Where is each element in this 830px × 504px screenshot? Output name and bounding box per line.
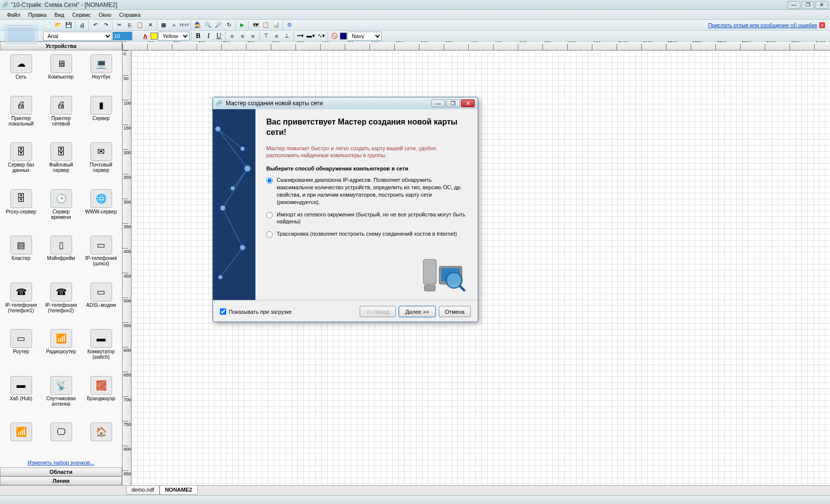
print-button[interactable]: 🖨	[77, 20, 87, 30]
text-color-button[interactable]: A	[140, 31, 150, 41]
map-button[interactable]: 🗺	[250, 20, 260, 30]
delete-button[interactable]: ✕	[145, 20, 155, 30]
menu-help[interactable]: Справка	[115, 11, 144, 19]
device-item[interactable]: 💻Ноутбук	[81, 52, 121, 93]
fill-color-swatch[interactable]	[151, 33, 158, 40]
align-left-button[interactable]: ≡	[227, 31, 237, 41]
cancel-button[interactable]: Отмена	[439, 306, 471, 317]
device-label: WWW-сервер	[85, 209, 117, 214]
device-item[interactable]: ▬Коммутатор (switch)	[81, 327, 121, 373]
device-item[interactable]: ▬Хаб (Hub)	[1, 374, 41, 420]
show-on-start-checkbox[interactable]	[220, 308, 226, 315]
device-item[interactable]: 🖨Принтер локальный	[1, 94, 41, 140]
device-item[interactable]: 🗄Файловый сервер	[41, 140, 81, 186]
open-button[interactable]: 📂	[53, 20, 63, 30]
device-icon: 🗄	[10, 189, 32, 208]
device-item[interactable]: 📶Радиороутер	[41, 327, 81, 373]
device-item[interactable]: ☎IP-телефония (телефон2)	[41, 281, 81, 327]
paste-button[interactable]: 📋	[135, 20, 145, 30]
undo-button[interactable]: ↶	[90, 20, 100, 30]
align-center-button[interactable]: ≡	[238, 31, 248, 41]
menu-window[interactable]: Окно	[95, 11, 116, 19]
valign-bottom-button[interactable]: ⊥	[282, 31, 292, 41]
line-color-select[interactable]: Navy	[347, 32, 382, 41]
bold-button[interactable]: B	[193, 31, 203, 41]
fill-color-select[interactable]: Yellow	[158, 32, 190, 41]
device-item[interactable]: 🧱Брандмауэр	[81, 374, 121, 420]
device-item[interactable]: ▮Сервер	[81, 94, 121, 140]
device-item[interactable]: ☁Сеть	[1, 52, 41, 93]
device-item[interactable]: 🖨Принтер сетевой	[41, 94, 81, 140]
italic-button[interactable]: I	[204, 31, 213, 41]
device-item[interactable]: 🖥Компьютер	[41, 52, 81, 93]
run-button[interactable]: ▶	[237, 20, 247, 30]
device-item[interactable]: ▭ADSL-модем	[81, 281, 121, 327]
option-trace-radio[interactable]	[266, 231, 273, 238]
device-item[interactable]: 🕒Сервер времени	[41, 187, 81, 233]
sidebar-header-devices[interactable]: Устройства	[0, 42, 122, 50]
change-icons-link[interactable]: Изменить набор значков...	[0, 458, 122, 467]
device-item[interactable]: 🏠	[81, 420, 121, 456]
menu-view[interactable]: Вид	[50, 11, 68, 19]
device-item[interactable]: ▭Роутер	[1, 327, 41, 373]
device-item[interactable]: 📡Спутниковая антенна	[41, 374, 81, 420]
back-button[interactable]: << Назад	[360, 306, 396, 317]
device-item[interactable]: 🖵	[41, 420, 81, 456]
align-right-button[interactable]: ≡	[248, 31, 258, 41]
wizard-button[interactable]: 🧙	[193, 20, 203, 30]
menu-edit[interactable]: Правка	[24, 11, 50, 19]
list-button[interactable]: 📋	[261, 20, 271, 30]
tab-demo[interactable]: demo.ndf	[126, 486, 160, 495]
no-fill-button[interactable]: 🚫	[330, 31, 339, 41]
sidebar-header-areas[interactable]: Области	[0, 467, 122, 476]
search-button[interactable]: 🔎	[213, 20, 223, 30]
sidebar-header-lines[interactable]: Линии	[0, 476, 122, 485]
minimize-button[interactable]: —	[788, 1, 800, 9]
settings-button[interactable]: ⚙	[285, 20, 294, 30]
close-button[interactable]: ✕	[815, 1, 828, 9]
line-width-button[interactable]: ▬▾	[306, 31, 316, 41]
device-item[interactable]: 📶	[1, 420, 41, 456]
save-button[interactable]: 💾	[64, 20, 74, 30]
underline-button[interactable]: U	[214, 31, 224, 41]
new-button[interactable]: 📄	[43, 20, 53, 30]
device-item[interactable]: ▭IP-телефония (шлюз)	[81, 234, 121, 280]
next-button[interactable]: Далее >>	[399, 306, 435, 317]
valign-top-button[interactable]: ⊤	[261, 31, 271, 41]
feedback-link[interactable]: Прислать отзыв или сообщение об ошибке×	[708, 22, 825, 28]
font-name-select[interactable]: Arial	[43, 32, 112, 41]
dialog-maximize-button[interactable]: ❐	[446, 99, 460, 107]
dialog-minimize-button[interactable]: —	[431, 99, 445, 107]
scan-button[interactable]: 🔍	[203, 20, 213, 30]
device-item[interactable]: ▤Кластер	[1, 234, 41, 280]
device-item[interactable]: 🗄Сервер баз данных	[1, 140, 41, 186]
text-label-button[interactable]: TEXT	[179, 20, 189, 30]
device-icon: 🕒	[50, 189, 72, 208]
copy-button[interactable]: ⎘	[124, 20, 134, 30]
refresh-button[interactable]: ↻	[224, 20, 234, 30]
device-item[interactable]: 🗄Proxy-сервер	[1, 187, 41, 233]
line-color-swatch[interactable]	[340, 33, 347, 40]
menu-file[interactable]: Файл	[3, 11, 24, 19]
option-import-radio[interactable]	[266, 212, 273, 218]
maximize-button[interactable]: ❐	[801, 1, 814, 9]
line-style-button[interactable]: ━▾	[295, 31, 305, 41]
device-item[interactable]: ✉Почтовый сервер	[81, 140, 121, 186]
device-item[interactable]: 🌐WWW-сервер	[81, 187, 121, 233]
text-tool-button[interactable]: A	[169, 20, 179, 30]
device-item[interactable]: ☎IP-телефония (телефон1)	[1, 281, 41, 327]
cut-button[interactable]: ✂	[114, 20, 124, 30]
valign-middle-button[interactable]: ≡	[272, 31, 282, 41]
font-size-input[interactable]	[113, 32, 132, 41]
menu-service[interactable]: Сервис	[68, 11, 95, 19]
dialog-close-button[interactable]: ✕	[461, 99, 475, 107]
arrow-style-button[interactable]: ⤡▾	[316, 31, 326, 41]
option-ip-scan-radio[interactable]	[266, 177, 273, 184]
tab-noname2[interactable]: NONAME2	[160, 486, 198, 495]
device-item[interactable]: ▯Мэйнфрейм	[41, 234, 81, 280]
report-button[interactable]: 📊	[271, 20, 281, 30]
align-button[interactable]: ▦	[159, 20, 168, 30]
redo-button[interactable]: ↷	[101, 20, 111, 30]
device-icon: ▤	[10, 236, 32, 254]
feedback-close-icon[interactable]: ×	[819, 22, 825, 28]
